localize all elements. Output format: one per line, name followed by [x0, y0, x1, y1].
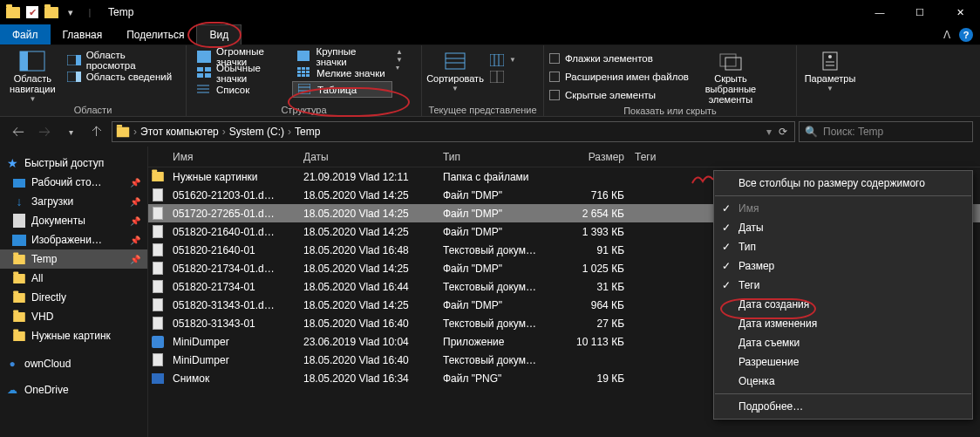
ctx-more[interactable]: Подробнее… [714, 397, 972, 416]
small-icon [297, 67, 311, 79]
sidebar-item[interactable]: Temp📌 [0, 249, 147, 269]
sidebar-item-icon [12, 175, 26, 189]
layout-list[interactable]: Список [192, 81, 292, 98]
crumb-c[interactable]: System (C:) [229, 126, 284, 138]
layout-small[interactable]: Мелкие значки [292, 65, 392, 81]
svg-rect-15 [297, 71, 301, 73]
tab-file[interactable]: Файл [0, 24, 51, 44]
crumb-pc[interactable]: Этот компьютер [140, 126, 219, 138]
sidebar-item[interactable]: Рабочий сто…📌 [0, 173, 147, 192]
sidebar-item[interactable]: All [0, 269, 147, 288]
layout-scroller[interactable]: ▲▼▾ [396, 48, 406, 72]
file-name: Нужные картинки [167, 171, 298, 183]
svg-rect-18 [297, 74, 301, 77]
addr-dropdown[interactable]: ▾ [766, 126, 772, 138]
ctx-item-label: Дата создания [738, 298, 809, 311]
ctx-column-toggle[interactable]: Разрешение [714, 352, 972, 372]
file-name: 051820-31343-01.d… [167, 299, 298, 311]
hide-icon [718, 50, 744, 72]
details-pane-icon [67, 70, 81, 84]
colhead-type[interactable]: Тип [438, 151, 560, 163]
sidebar-onedrive[interactable]: ☁ OneDrive [0, 380, 147, 399]
file-icon [148, 262, 167, 276]
addr-sep2[interactable]: › [288, 126, 291, 138]
colhead-name[interactable]: Имя [167, 151, 298, 163]
addr-sep1[interactable]: › [222, 126, 226, 138]
ctx-column-toggle[interactable]: ✓Теги [714, 276, 972, 295]
minimize-button[interactable]: — [860, 0, 900, 24]
address-bar[interactable]: › Этот компьютер › System (C:) › Temp ▾ … [112, 121, 795, 142]
ctx-fit-all[interactable]: Все столбцы по размеру содержимого [714, 174, 972, 193]
tab-home[interactable]: Главная [51, 24, 115, 44]
close-button[interactable]: ✕ [940, 0, 980, 24]
sidebar-item[interactable]: Изображени…📌 [0, 230, 147, 249]
forward-button[interactable]: 🡢 [33, 120, 56, 143]
hide-selected-button[interactable]: Скрыть выбранные элементы [696, 48, 766, 105]
file-size: 10 113 КБ [560, 336, 630, 348]
fitcolumns-button[interactable] [485, 68, 521, 85]
file-extensions-toggle[interactable]: Расширения имен файлов [549, 68, 689, 85]
hidden-items-toggle[interactable]: Скрытые элементы [549, 86, 689, 103]
sidebar-item[interactable]: Directly [0, 288, 147, 307]
ctx-column-toggle[interactable]: Дата создания [714, 295, 972, 314]
item-checkboxes-toggle[interactable]: Флажки элементов [549, 50, 689, 66]
svg-rect-9 [205, 67, 211, 72]
ctx-item-label: Разрешение [738, 356, 799, 368]
file-icon [148, 353, 167, 367]
tab-share[interactable]: Поделиться [114, 24, 196, 44]
options-button[interactable]: Параметры ▼ [802, 48, 858, 92]
ribbon-collapse-icon[interactable]: ᐱ [943, 29, 950, 41]
details-pane-button[interactable]: Область сведений [62, 68, 180, 85]
navigation-sidebar: ★ Быстрый доступ Рабочий сто…📌↓Загрузки📌… [0, 147, 148, 437]
preview-label: Область просмотра [86, 50, 175, 71]
qat-dropdown[interactable]: ▾ [63, 4, 78, 20]
check-icon: ✓ [714, 241, 738, 253]
addr-sep0[interactable]: › [133, 126, 137, 138]
ctx-column-toggle[interactable]: Дата съемки [714, 333, 972, 352]
layout-large[interactable]: Крупные значки [292, 48, 392, 65]
addcolumns-button[interactable]: ▼ [485, 51, 521, 68]
sidebar-item[interactable]: VHD [0, 307, 147, 326]
ctx-column-toggle[interactable]: ✓Даты [714, 218, 972, 237]
recent-button[interactable]: ▾ [59, 120, 82, 143]
colhead-size[interactable]: Размер [560, 151, 630, 163]
star-icon: ★ [5, 156, 19, 170]
tab-view[interactable]: Вид [196, 24, 242, 44]
help-icon[interactable]: ? [959, 28, 973, 42]
file-icon [148, 243, 167, 257]
preview-pane-button[interactable]: Область просмотра [62, 51, 180, 68]
sidebar-item[interactable]: Документы📌 [0, 211, 147, 230]
layout-medium[interactable]: Обычные значки [192, 65, 292, 81]
options-icon [817, 50, 843, 72]
layout-table[interactable]: Таблица [292, 81, 392, 98]
sidebar-owncloud[interactable]: ● ownCloud [0, 354, 147, 373]
sidebar-item-label: Документы [31, 215, 85, 227]
sidebar-quickaccess[interactable]: ★ Быстрый доступ [0, 154, 147, 173]
up-button[interactable]: 🡡 [85, 120, 108, 143]
qat-newfolder[interactable] [44, 4, 59, 20]
qat-sep: | [82, 4, 98, 20]
ctx-column-toggle[interactable]: ✓Тип [714, 237, 972, 256]
sidebar-item[interactable]: Нужные картинк [0, 326, 147, 345]
maximize-button[interactable]: ☐ [900, 0, 940, 24]
sort-button[interactable]: Сортировать ▼ [427, 48, 483, 92]
navigation-pane-button[interactable]: Область навигации ▼ [5, 48, 60, 103]
back-button[interactable]: 🡠 [7, 120, 30, 143]
file-type: Файл "DMP" [438, 189, 560, 201]
file-name: Снимок [167, 372, 298, 385]
colhead-date[interactable]: Даты [298, 151, 438, 163]
search-placeholder: Поиск: Temp [823, 126, 883, 138]
crumb-temp[interactable]: Temp [295, 126, 320, 138]
ctx-column-toggle[interactable]: ✓Размер [714, 256, 972, 276]
sidebar-item[interactable]: ↓Загрузки📌 [0, 192, 147, 211]
ctx-item-label: Имя [738, 202, 759, 215]
ctx-column-toggle[interactable]: Дата изменения [714, 314, 972, 333]
refresh-button[interactable]: ⟳ [775, 126, 791, 138]
file-size: 31 КБ [560, 281, 630, 293]
file-icon [148, 280, 167, 294]
qat-properties[interactable]: ✔ [24, 4, 40, 20]
ctx-column-toggle[interactable]: Оценка [714, 372, 972, 391]
search-box[interactable]: 🔍 Поиск: Temp [799, 121, 973, 142]
ctx-item-label: Теги [738, 279, 759, 291]
colhead-tags[interactable]: Теги [630, 151, 691, 163]
